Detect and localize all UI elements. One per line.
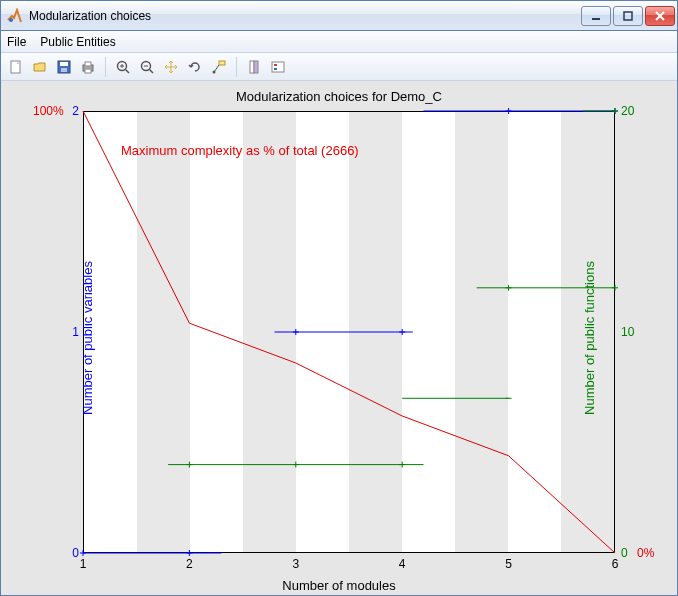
- svg-rect-26: [274, 68, 277, 70]
- series-public-funcs: [168, 108, 618, 468]
- save-icon[interactable]: [53, 56, 75, 78]
- toolbar-separator: [105, 57, 106, 77]
- link-icon[interactable]: [243, 56, 265, 78]
- x-tick: 4: [399, 557, 406, 571]
- y-right-axis-label: Number of public functions: [583, 261, 598, 415]
- menubar: File Public Entities: [1, 31, 677, 53]
- toolbar-separator: [236, 57, 237, 77]
- svg-point-21: [213, 70, 216, 73]
- matlab-icon: [7, 8, 23, 24]
- svg-line-13: [126, 69, 130, 73]
- rotate-icon[interactable]: [184, 56, 206, 78]
- yl-tick: 1: [59, 325, 79, 339]
- yl-tick: 0: [59, 546, 79, 560]
- toolbar: [1, 53, 677, 81]
- menu-file[interactable]: File: [7, 35, 26, 49]
- red-tick-top: 100%: [33, 104, 64, 118]
- window-controls: [581, 6, 675, 26]
- minimize-button[interactable]: [581, 6, 611, 26]
- x-tick: 1: [80, 557, 87, 571]
- x-tick: 5: [505, 557, 512, 571]
- close-button[interactable]: [645, 6, 675, 26]
- titlebar: Modularization choices: [1, 1, 677, 31]
- data-cursor-icon[interactable]: [208, 56, 230, 78]
- svg-rect-11: [85, 69, 91, 73]
- maximize-button[interactable]: [613, 6, 643, 26]
- legend-icon[interactable]: [267, 56, 289, 78]
- zoom-out-icon[interactable]: [136, 56, 158, 78]
- y-left-axis-label: Number of public variables: [80, 261, 95, 415]
- chart-title: Modularization choices for Demo_C: [1, 89, 677, 104]
- x-tick: 2: [186, 557, 193, 571]
- new-file-icon[interactable]: [5, 56, 27, 78]
- menu-public-entities[interactable]: Public Entities: [40, 35, 115, 49]
- svg-rect-7: [60, 62, 68, 66]
- zoom-in-icon[interactable]: [112, 56, 134, 78]
- svg-rect-19: [219, 61, 225, 65]
- svg-rect-10: [85, 62, 91, 66]
- yr-tick: 0: [621, 546, 628, 560]
- yr-tick: 10: [621, 325, 634, 339]
- plot-overlay: [83, 111, 615, 553]
- svg-line-17: [150, 69, 154, 73]
- red-tick-bot: 0%: [637, 546, 654, 560]
- svg-rect-25: [274, 64, 277, 66]
- annotation-complexity: Maximum complexity as % of total (2666): [121, 143, 359, 158]
- x-tick: 3: [292, 557, 299, 571]
- x-tick: 6: [612, 557, 619, 571]
- svg-point-0: [9, 18, 13, 22]
- pan-icon[interactable]: [160, 56, 182, 78]
- chart-area: Modularization choices for Demo_C: [1, 81, 677, 595]
- svg-rect-22: [250, 61, 254, 73]
- svg-rect-2: [624, 12, 632, 20]
- print-icon[interactable]: [77, 56, 99, 78]
- x-axis-label: Number of modules: [1, 578, 677, 593]
- yr-tick: 20: [621, 104, 634, 118]
- series-public-vars: [80, 108, 618, 556]
- app-window: Modularization choices File Public Entit…: [0, 0, 678, 596]
- window-title: Modularization choices: [29, 9, 581, 23]
- svg-rect-8: [61, 68, 67, 72]
- svg-rect-24: [272, 62, 284, 72]
- open-icon[interactable]: [29, 56, 51, 78]
- svg-rect-23: [254, 61, 258, 73]
